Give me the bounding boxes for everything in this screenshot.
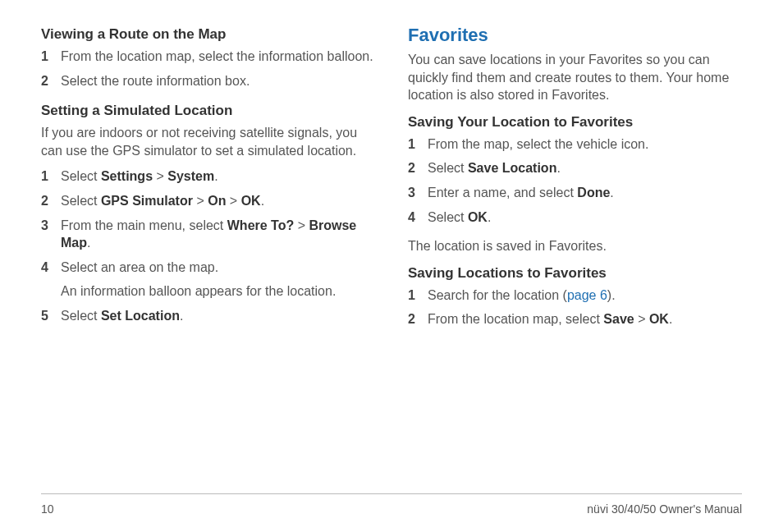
item-body: Select GPS Simulator > On > OK. [61,192,375,210]
item-text: From the location map, select Save > OK. [428,310,742,328]
item-number: 2 [41,192,53,210]
content-area: Viewing a Route on the Map 1From the loc… [41,25,742,493]
list-item: 2Select the route information box. [41,72,375,90]
intro-favorites: You can save locations in your Favorites… [408,51,742,104]
item-text: Select Save Location. [428,159,742,177]
item-body: Enter a name, and select Done. [428,184,742,202]
outro-save-your-location: The location is saved in Favorites. [408,237,742,255]
item-number: 2 [408,159,419,177]
list-item: 1From the location map, select the infor… [41,48,375,66]
item-body: Select OK. [428,209,742,227]
document-title: nüvi 30/40/50 Owner's Manual [587,502,742,516]
item-text: Select the route information box. [61,72,375,90]
item-subtext: An information balloon appears for the l… [61,282,375,300]
item-body: Select an area on the map.An information… [61,259,375,300]
list-item: 1Select Settings > System. [41,167,375,186]
item-body: Select Settings > System. [61,167,375,186]
item-body: Select the route information box. [61,72,375,90]
item-number: 4 [408,209,419,227]
item-text: Select Settings > System. [61,167,375,186]
list-save-your-location: 1From the map, select the vehicle icon.2… [408,135,742,226]
item-text: Enter a name, and select Done. [428,184,742,202]
item-number: 5 [41,307,53,325]
heading-viewing-route: Viewing a Route on the Map [41,26,375,43]
item-text: From the main menu, select Where To? > B… [61,217,375,252]
list-item: 1From the map, select the vehicle icon. [408,135,742,154]
item-number: 2 [408,310,419,328]
list-item: 2Select GPS Simulator > On > OK. [41,192,375,210]
item-number: 1 [408,287,419,305]
item-text: Select GPS Simulator > On > OK. [61,192,375,210]
heading-simulated-location: Setting a Simulated Location [41,103,375,119]
list-item: 1Search for the location (page 6). [408,287,742,305]
list-viewing-route: 1From the location map, select the infor… [41,48,375,89]
item-number: 1 [41,48,53,66]
right-column: Favorites You can save locations in your… [408,25,742,493]
heading-favorites: Favorites [408,25,742,46]
left-column: Viewing a Route on the Map 1From the loc… [41,25,375,493]
item-text: From the map, select the vehicle icon. [428,135,742,154]
list-item: 4Select an area on the map.An informatio… [41,259,375,300]
item-body: From the location map, select the inform… [61,48,375,66]
item-number: 1 [41,167,53,186]
heading-save-your-location: Saving Your Location to Favorites [408,114,742,131]
list-item: 4Select OK. [408,209,742,227]
list-item: 3From the main menu, select Where To? > … [41,217,375,252]
list-simulated-location: 1Select Settings > System.2Select GPS Si… [41,167,375,324]
item-number: 3 [408,184,419,202]
item-number: 1 [408,135,419,154]
page-link[interactable]: page 6 [567,288,607,302]
item-text: Select an area on the map. [61,259,375,277]
page-number: 10 [41,502,54,516]
list-save-locations: 1Search for the location (page 6).2From … [408,287,742,328]
list-item: 2Select Save Location. [408,159,742,177]
item-body: Select Save Location. [428,159,742,177]
list-item: 2From the location map, select Save > OK… [408,310,742,328]
item-number: 3 [41,217,53,252]
item-body: From the location map, select Save > OK. [428,310,742,328]
item-text: Search for the location (page 6). [428,287,742,305]
item-body: From the main menu, select Where To? > B… [61,217,375,252]
list-item: 3Enter a name, and select Done. [408,184,742,202]
item-text: Select Set Location. [61,307,375,325]
footer: 10 nüvi 30/40/50 Owner's Manual [41,493,742,516]
item-body: From the map, select the vehicle icon. [428,135,742,154]
heading-save-locations: Saving Locations to Favorites [408,265,742,282]
page: Viewing a Route on the Map 1From the loc… [0,0,783,532]
item-body: Select Set Location. [61,307,375,325]
list-item: 5Select Set Location. [41,307,375,325]
item-body: Search for the location (page 6). [428,287,742,305]
item-number: 2 [41,72,53,90]
item-text: Select OK. [428,209,742,227]
item-number: 4 [41,259,53,300]
intro-simulated-location: If you are indoors or not receiving sate… [41,124,375,159]
item-text: From the location map, select the inform… [61,48,375,66]
